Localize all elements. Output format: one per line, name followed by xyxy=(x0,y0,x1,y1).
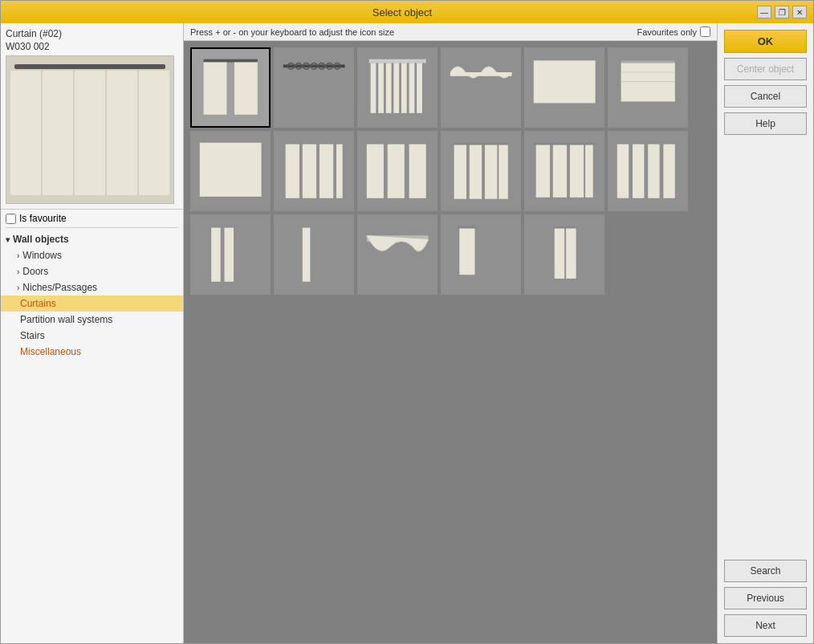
svg-rect-11 xyxy=(368,59,425,63)
grid-item[interactable] xyxy=(524,131,604,211)
svg-rect-39 xyxy=(534,142,596,145)
svg-rect-33 xyxy=(409,144,425,198)
tree-item-windows[interactable]: › Windows xyxy=(1,247,183,263)
window-title: Select object xyxy=(47,6,757,18)
restore-button[interactable]: ❐ xyxy=(775,6,789,18)
hint-text: Press + or - on your keyboard to adjust … xyxy=(190,27,394,37)
favourites-only-label: Favourites only xyxy=(637,27,697,37)
previous-button[interactable]: Previous xyxy=(724,587,807,609)
grid-item[interactable] xyxy=(357,131,438,211)
svg-rect-2 xyxy=(234,62,258,114)
svg-rect-41 xyxy=(553,145,567,197)
grid-item[interactable] xyxy=(190,131,271,211)
search-button[interactable]: Search xyxy=(724,560,807,582)
tree-item-label: Doors xyxy=(22,266,48,277)
main-window: Select object — ❐ ✕ Curtain (#02) W030 0… xyxy=(0,0,814,644)
tree-item-label: Windows xyxy=(22,250,62,261)
grid-item[interactable] xyxy=(441,214,521,295)
tree-item-label: Miscellaneous xyxy=(20,346,81,357)
tree-item-label: Curtains xyxy=(20,298,56,309)
grid-item[interactable] xyxy=(357,47,438,128)
grid-item[interactable] xyxy=(274,214,354,295)
svg-rect-54 xyxy=(553,226,576,228)
svg-rect-50 xyxy=(303,227,311,281)
svg-rect-15 xyxy=(393,63,399,112)
svg-rect-52 xyxy=(458,226,477,228)
svg-rect-51 xyxy=(367,235,429,242)
svg-rect-48 xyxy=(211,227,221,281)
grid-item[interactable] xyxy=(524,214,604,295)
ok-button[interactable]: OK xyxy=(724,30,807,53)
svg-rect-56 xyxy=(566,228,576,278)
svg-rect-55 xyxy=(555,228,564,278)
tree-item-partition[interactable]: Partition wall systems xyxy=(1,312,183,328)
svg-rect-19 xyxy=(450,72,512,76)
grid-item[interactable] xyxy=(274,47,354,128)
object-code: W030 002 xyxy=(6,41,178,52)
arrow-right-icon: › xyxy=(17,251,19,260)
tree-section: ▾ Wall objects › Windows › Doors › Niche… xyxy=(1,228,183,643)
svg-rect-18 xyxy=(417,63,422,112)
grid-item[interactable] xyxy=(441,47,521,128)
help-button[interactable]: Help xyxy=(724,112,807,135)
grid-item[interactable] xyxy=(441,131,521,211)
tree-item-label: Partition wall systems xyxy=(20,314,112,325)
svg-rect-44 xyxy=(617,144,629,198)
is-favourite-label[interactable]: Is favourite xyxy=(19,213,67,224)
minimize-button[interactable]: — xyxy=(757,6,771,18)
cancel-button[interactable]: Cancel xyxy=(724,85,807,108)
grid-item[interactable] xyxy=(524,47,604,128)
favourites-only-checkbox[interactable] xyxy=(700,26,710,37)
center-panel: Press + or - on your keyboard to adjust … xyxy=(184,23,717,643)
next-button[interactable]: Next xyxy=(724,614,807,637)
center-object-button[interactable]: Center object xyxy=(724,58,807,80)
svg-rect-34 xyxy=(454,142,507,145)
tree-group-label: Wall objects xyxy=(13,234,69,245)
svg-rect-1 xyxy=(203,62,226,114)
svg-rect-30 xyxy=(336,144,343,198)
svg-rect-31 xyxy=(367,144,384,198)
svg-rect-3 xyxy=(283,64,345,67)
svg-rect-12 xyxy=(370,63,376,112)
favourites-only-section: Favourites only xyxy=(637,26,710,37)
tree-item-doors[interactable]: › Doors xyxy=(1,263,183,279)
tree-item-misc[interactable]: Miscellaneous xyxy=(1,344,183,360)
grid-item[interactable] xyxy=(190,47,271,128)
preview-section: Curtain (#02) W030 002 xyxy=(1,23,183,210)
grid-item[interactable] xyxy=(274,131,354,211)
grid-item[interactable] xyxy=(608,131,688,211)
hint-bar: Press + or - on your keyboard to adjust … xyxy=(184,23,717,41)
grid-item[interactable] xyxy=(357,214,438,295)
favourite-row: Is favourite xyxy=(1,210,183,227)
main-content: Curtain (#02) W030 002 xyxy=(1,23,813,643)
svg-rect-22 xyxy=(621,60,674,63)
arrow-down-icon: ▾ xyxy=(6,235,10,244)
svg-rect-43 xyxy=(585,145,593,197)
grid-item[interactable] xyxy=(190,214,271,295)
tree-item-curtains[interactable]: Curtains xyxy=(1,296,183,312)
object-name: Curtain (#02) xyxy=(6,28,178,39)
close-button[interactable]: ✕ xyxy=(792,6,807,18)
svg-rect-45 xyxy=(633,144,644,198)
tree-item-label: Niches/Passages xyxy=(22,282,97,293)
right-panel: OK Center object Cancel Help Search Prev… xyxy=(717,23,813,643)
grid-item[interactable] xyxy=(608,47,688,128)
is-favourite-checkbox[interactable] xyxy=(6,214,16,224)
svg-rect-23 xyxy=(621,63,674,101)
svg-rect-38 xyxy=(499,145,508,198)
svg-rect-14 xyxy=(386,63,392,112)
tree-group-wall-objects[interactable]: ▾ Wall objects xyxy=(1,231,183,247)
tree-item-stairs[interactable]: Stairs xyxy=(1,328,183,344)
preview-curtain xyxy=(6,56,173,203)
tree-item-label: Stairs xyxy=(20,330,45,341)
arrow-right-icon: › xyxy=(17,267,19,276)
tree-item-niches[interactable]: › Niches/Passages xyxy=(1,279,183,296)
svg-rect-32 xyxy=(388,144,405,198)
svg-rect-46 xyxy=(648,144,659,198)
svg-rect-13 xyxy=(378,63,384,112)
svg-rect-20 xyxy=(534,60,596,103)
svg-rect-16 xyxy=(401,63,407,112)
svg-rect-17 xyxy=(409,63,414,112)
svg-rect-35 xyxy=(454,145,466,198)
svg-rect-47 xyxy=(663,144,674,198)
